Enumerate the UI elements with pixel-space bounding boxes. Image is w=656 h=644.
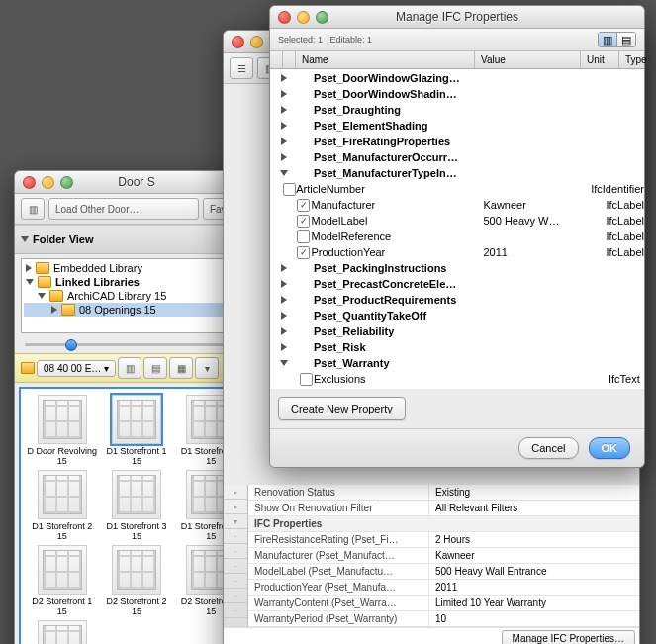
prop-value[interactable]: 10 bbox=[429, 611, 639, 626]
pset-row[interactable]: Pset_ProductRequirements bbox=[270, 292, 644, 308]
handle-icon[interactable]: ▸ bbox=[224, 485, 247, 500]
ifc-titlebar[interactable]: Manage IFC Properties bbox=[270, 6, 644, 29]
slider-thumb[interactable] bbox=[65, 339, 77, 351]
pset-row[interactable]: Pset_Reliability bbox=[270, 323, 644, 339]
code-chip[interactable]: 08 40 00 E… ▾ bbox=[37, 360, 116, 377]
checkbox[interactable] bbox=[300, 373, 313, 386]
minimize-icon[interactable] bbox=[250, 36, 263, 48]
property-row[interactable]: ✓ManufacturerKawneerIfcLabel bbox=[270, 197, 644, 213]
chevron-right-icon[interactable] bbox=[281, 90, 287, 98]
library-item[interactable]: D2 Storefront 1 15 bbox=[27, 545, 97, 616]
pset-row[interactable]: Pset_FireRatingProperties bbox=[270, 134, 644, 149]
ok-button[interactable]: OK bbox=[589, 437, 631, 459]
checkbox[interactable]: ✓ bbox=[297, 199, 310, 212]
property-row[interactable]: ✓ModelLabel500 Heavy W…IfcLabel bbox=[270, 213, 644, 229]
prop-value[interactable]: 500 Heavy W… bbox=[483, 215, 578, 227]
prop-value[interactable]: Kawneer bbox=[429, 548, 639, 563]
library-item[interactable]: D2 Storefront 3 15 bbox=[27, 620, 97, 644]
library-item[interactable]: D1 Storefront 1 15 bbox=[101, 395, 171, 466]
ps-tb-1[interactable]: ☰ bbox=[230, 57, 253, 79]
tree-zoom-slider[interactable] bbox=[25, 337, 248, 351]
handle-icon[interactable]: · bbox=[224, 603, 247, 618]
ifc-props-header[interactable]: IFC Properties bbox=[248, 516, 639, 532]
pset-row[interactable]: Pset_QuantityTakeOff bbox=[270, 308, 644, 323]
col-type[interactable]: Type bbox=[619, 51, 653, 68]
handle-icon[interactable]: ▾ bbox=[224, 514, 247, 529]
view-b-icon[interactable]: ▤ bbox=[617, 33, 635, 46]
handle-icon[interactable]: ▸ bbox=[224, 500, 247, 514]
checkbox[interactable]: ✓ bbox=[297, 246, 310, 259]
library-item[interactable]: D Door Revolving 15 bbox=[27, 395, 97, 466]
folder-tree[interactable]: Embedded Library Linked Libraries ArchiC… bbox=[21, 258, 252, 333]
cancel-button[interactable]: Cancel bbox=[518, 437, 578, 459]
view-mode-button[interactable]: ▥ bbox=[21, 198, 45, 220]
handle-icon[interactable]: · bbox=[224, 559, 247, 574]
prop-row[interactable]: WarrantyPeriod (Pset_Warranty)10 bbox=[248, 611, 639, 627]
chevron-down-icon[interactable] bbox=[280, 360, 288, 366]
pset-row[interactable]: Pset_DoorWindowGlazing… bbox=[270, 70, 644, 86]
pset-row[interactable]: Pset_ManufacturerTypeIn… bbox=[270, 165, 644, 181]
ifc-property-list[interactable]: Pset_DoorWindowGlazing…Pset_DoorWindowSh… bbox=[270, 69, 644, 389]
prop-value[interactable]: 2011 bbox=[429, 580, 639, 595]
prop-row[interactable]: Show On Renovation FilterAll Relevant Fi… bbox=[248, 501, 639, 516]
handle-icon[interactable]: · bbox=[224, 529, 247, 544]
pset-row[interactable]: Pset_Draughting bbox=[270, 102, 644, 118]
pset-row[interactable]: Pset_ElementShading bbox=[270, 118, 644, 134]
tree-row[interactable]: Embedded Library bbox=[24, 261, 249, 275]
chevron-right-icon[interactable] bbox=[281, 280, 287, 288]
checkbox[interactable] bbox=[285, 389, 298, 390]
chevron-right-icon[interactable] bbox=[281, 74, 287, 82]
load-other-button[interactable]: Load Other Door… bbox=[48, 198, 199, 220]
pset-row[interactable]: Pset_PrecastConcreteEle… bbox=[270, 276, 644, 292]
chevron-right-icon[interactable] bbox=[281, 343, 287, 351]
col-unit[interactable]: Unit bbox=[581, 51, 619, 68]
strip-btn-2[interactable]: ▤ bbox=[143, 357, 167, 379]
property-row[interactable]: ModelReferenceIfcLabel bbox=[270, 229, 644, 244]
property-row[interactable]: IsExtendedWarrantyFalseIfcBoolean bbox=[270, 387, 644, 389]
handle-icon[interactable]: · bbox=[224, 574, 247, 589]
library-item[interactable]: D2 Storefront 2 15 bbox=[101, 545, 171, 616]
prop-row[interactable]: ModelLabel (Pset_Manufactu…500 Heavy Wal… bbox=[248, 564, 639, 580]
tree-row[interactable]: ArchiCAD Library 15 bbox=[24, 289, 249, 303]
chevron-right-icon[interactable] bbox=[281, 153, 287, 161]
strip-btn-1[interactable]: ▥ bbox=[118, 357, 141, 379]
pset-row[interactable]: Pset_DoorWindowShadin… bbox=[270, 86, 644, 102]
prop-value[interactable]: Limited 10 Year Warranty bbox=[429, 596, 639, 610]
view-a-icon[interactable]: ▥ bbox=[599, 33, 617, 46]
library-item[interactable]: D1 Storefront 2 15 bbox=[27, 470, 97, 541]
ifc-columns[interactable]: Name Value Unit Type bbox=[270, 51, 644, 69]
col-value[interactable]: Value bbox=[475, 51, 581, 68]
chevron-right-icon[interactable] bbox=[281, 327, 287, 335]
property-row[interactable]: ArticleNumberIfcIdentifier bbox=[270, 181, 644, 197]
chevron-right-icon[interactable] bbox=[281, 296, 287, 304]
prop-value[interactable]: 2 Hours bbox=[429, 532, 639, 547]
library-item[interactable]: D1 Storefront 3 15 bbox=[101, 470, 171, 541]
prop-value[interactable]: All Relevant Filters bbox=[429, 501, 639, 515]
checkbox[interactable] bbox=[297, 230, 310, 243]
checkbox[interactable] bbox=[283, 183, 296, 196]
pset-row[interactable]: Pset_Risk bbox=[270, 339, 644, 355]
property-row[interactable]: ExclusionsIfcText bbox=[270, 371, 644, 387]
prop-row[interactable]: WarrantyContent (Pset_Warra…Limited 10 Y… bbox=[248, 596, 639, 611]
pset-row[interactable]: Pset_Warranty bbox=[270, 355, 644, 371]
chevron-right-icon[interactable] bbox=[281, 138, 287, 145]
prop-value[interactable]: 500 Heavy Wall Entrance bbox=[429, 564, 639, 579]
prop-row[interactable]: Manufacturer (Pset_Manufact…Kawneer bbox=[248, 548, 639, 564]
create-property-button[interactable]: Create New Property bbox=[278, 397, 406, 420]
chevron-right-icon[interactable] bbox=[281, 106, 287, 114]
col-name[interactable]: Name bbox=[296, 51, 475, 68]
view-toggle[interactable]: ▥▤ bbox=[598, 32, 636, 47]
strip-btn-3[interactable]: ▦ bbox=[169, 357, 193, 379]
prop-row[interactable]: FireResistanceRating (Pset_Fi…2 Hours bbox=[248, 532, 639, 548]
chevron-down-icon[interactable] bbox=[280, 170, 288, 176]
handle-icon[interactable]: · bbox=[224, 589, 247, 603]
pset-row[interactable]: Pset_ManufacturerOccurr… bbox=[270, 149, 644, 165]
prop-value[interactable]: 2011 bbox=[483, 246, 578, 258]
chevron-right-icon[interactable] bbox=[281, 264, 287, 272]
prop-value[interactable]: Existing bbox=[429, 485, 639, 500]
tree-row-selected[interactable]: 08 Openings 15 bbox=[24, 303, 249, 317]
tree-row[interactable]: Linked Libraries bbox=[24, 275, 249, 289]
close-icon[interactable] bbox=[232, 36, 244, 48]
prop-row[interactable]: Renovation StatusExisting bbox=[248, 485, 639, 501]
property-row[interactable]: ✓ProductionYear2011IfcLabel bbox=[270, 244, 644, 260]
